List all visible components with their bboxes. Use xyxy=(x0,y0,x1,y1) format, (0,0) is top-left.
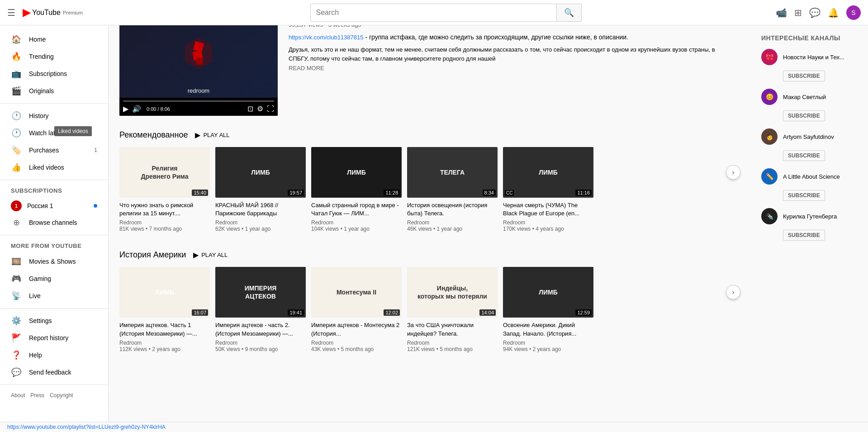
card-thumb-text: ЛИМБ xyxy=(152,285,178,300)
sidebar-item-purchases[interactable]: 🏷️ Purchases 1 xyxy=(0,142,108,159)
next-button-america[interactable]: › xyxy=(726,285,740,299)
footer-about[interactable]: About xyxy=(11,392,25,399)
ctrl-right: ⊡ ⚙ ⛶ xyxy=(247,104,274,113)
subtitles-button[interactable]: ⊡ xyxy=(247,104,253,113)
sidebar-item-history[interactable]: 🕐 History xyxy=(0,107,108,124)
upload-icon[interactable]: 📹 xyxy=(776,7,787,18)
sidebar-label-report: Report history xyxy=(29,334,68,342)
sidebar-label-watch-later: Watch later xyxy=(29,129,61,137)
apps-icon[interactable]: ⊞ xyxy=(794,7,802,18)
content-area: redroom Как в СПБГУ уничтожают историю в… xyxy=(119,9,735,356)
read-more-button[interactable]: READ MORE xyxy=(289,65,735,71)
subscribe-button-4[interactable]: SUBSCRIBE xyxy=(783,230,825,241)
section-recommended: Рекомендованное ▶ PLAY ALL РелигияДревне… xyxy=(119,130,735,236)
sidebar-item-settings[interactable]: ⚙️ Settings xyxy=(0,312,108,329)
sidebar-item-originals[interactable]: 🎬 Originals xyxy=(0,82,108,100)
section-header-recommended: Рекомендованное ▶ PLAY ALL xyxy=(119,130,735,140)
history-icon: 🕐 xyxy=(11,111,22,121)
card-duration: 8:34 xyxy=(483,190,496,196)
sidebar-item-report-history[interactable]: 🚩 Report history xyxy=(0,329,108,347)
sidebar-label-purchases: Purchases xyxy=(29,147,59,154)
play-all-america[interactable]: ▶ PLAY ALL xyxy=(193,251,228,259)
sidebar-item-watch-later[interactable]: 🕐 Watch later Liked videos xyxy=(0,124,108,142)
sidebar-item-browse[interactable]: ⊕ Browse channels xyxy=(0,214,108,231)
subscribe-button-3[interactable]: SUBSCRIBE xyxy=(783,190,825,201)
video-link[interactable]: https://vk.com/club11387815 xyxy=(289,34,364,41)
sidebar-label-movies: Movies & Shows xyxy=(29,258,76,265)
sidebar-item-live[interactable]: 📡 Live xyxy=(0,287,108,304)
sidebar: 🏠 Home 🔥 Trending 📺 Subscriptions 🎬 Orig… xyxy=(0,25,109,407)
play-all-label-2: PLAY ALL xyxy=(201,252,228,258)
video-card-2[interactable]: ЛИМБ 11:28 Самый странный город в мире -… xyxy=(311,147,402,236)
card-duration: 12:59 xyxy=(575,309,592,316)
video-grid-recommended: РелигияДревнего Рима 15:40 Что нужно зна… xyxy=(119,147,735,236)
report-icon: 🚩 xyxy=(11,333,22,343)
video-card-2[interactable]: Монтесума II 12:02 Империя ацтеков - Мон… xyxy=(311,267,402,356)
search-input[interactable] xyxy=(311,5,556,20)
card-views: 81K views • 7 months ago xyxy=(119,226,210,232)
play-button[interactable]: ▶ xyxy=(123,104,128,113)
video-card-1[interactable]: ИМПЕРИЯАЦТЕКОВ 19:41 Империя ацтеков - ч… xyxy=(215,267,306,356)
card-thumb: РелигияДревнего Рима 15:40 xyxy=(119,147,210,198)
youtube-icon: ▶ xyxy=(23,7,30,19)
video-controls: ▶ 🔊 0:00 / 8:06 ⊡ ⚙ ⛶ xyxy=(119,98,278,116)
card-info: Империя ацтеков - Монтесума 2 (История..… xyxy=(311,318,402,356)
divider-3 xyxy=(0,235,108,235)
sidebar-item-home[interactable]: 🏠 Home xyxy=(0,31,108,48)
video-card-1[interactable]: ЛИМБ 19:57 КРАСНЫЙ МАЙ 1968 // Парижские… xyxy=(215,147,306,236)
right-sidebar: ИНТЕРЕСНЫЕ КАНАЛЫ 🎀 Новости Науки и Тех.… xyxy=(750,25,868,407)
sidebar-item-feedback[interactable]: 💬 Send feedback xyxy=(0,364,108,381)
sidebar-label-subscriptions: Subscriptions xyxy=(29,70,67,77)
section-america: История Америки ▶ PLAY ALL ЛИМБ 16:07 Им… xyxy=(119,250,735,356)
channel-item-2: 🧑 Artyom Sayfutdinov SUBSCRIBE xyxy=(761,128,861,161)
subscribe-button-2[interactable]: SUBSCRIBE xyxy=(783,150,825,161)
subscribe-button-0[interactable]: SUBSCRIBE xyxy=(783,71,825,81)
bell-icon[interactable]: 🔔 xyxy=(828,7,839,18)
footer-copyright[interactable]: Copyright xyxy=(50,392,73,399)
video-card-3[interactable]: Индейцы,которых мы потеряли 14:04 За что… xyxy=(407,267,498,356)
card-info: Освоение Америки. Дикий Запад. Начало. (… xyxy=(503,318,593,356)
card-title: Черная смерть (ЧУМА) The Black Plague of… xyxy=(503,201,593,218)
sidebar-item-trending[interactable]: 🔥 Trending xyxy=(0,48,108,65)
search-button[interactable]: 🔍 xyxy=(556,4,581,21)
footer-press[interactable]: Press xyxy=(30,392,44,399)
video-logo-text: redroom xyxy=(123,87,274,94)
video-grid-wrapper-1: РелигияДревнего Рима 15:40 Что нужно зна… xyxy=(119,147,735,236)
card-channel: Redroom xyxy=(311,340,402,346)
menu-icon[interactable]: ☰ xyxy=(7,7,15,18)
originals-icon: 🎬 xyxy=(11,86,22,96)
play-all-recommended[interactable]: ▶ PLAY ALL xyxy=(195,131,229,139)
video-card-3[interactable]: ТЕЛЕГА 8:34 История освещения (история б… xyxy=(407,147,498,236)
card-info: За что США уничтожали индейцев? Телега. … xyxy=(407,318,498,356)
subscribe-button-1[interactable]: SUBSCRIBE xyxy=(783,110,825,121)
avatar[interactable]: S xyxy=(846,5,861,20)
settings-button[interactable]: ⚙ xyxy=(257,104,263,113)
fullscreen-button[interactable]: ⛶ xyxy=(267,104,274,113)
sidebar-item-russia1[interactable]: 1 Россия 1 xyxy=(0,198,108,214)
sidebar-label-gaming: Gaming xyxy=(29,275,51,282)
video-card-4[interactable]: ЛИМБ 12:59 Освоение Америки. Дикий Запад… xyxy=(503,267,593,356)
sidebar-item-gaming[interactable]: 🎮 Gaming xyxy=(0,270,108,287)
volume-button[interactable]: 🔊 xyxy=(132,104,141,113)
chat-icon[interactable]: 💬 xyxy=(809,7,821,18)
progress-bar[interactable] xyxy=(123,100,274,102)
header-left: ☰ ▶ YouTube Premium xyxy=(7,7,116,19)
video-card-0[interactable]: РелигияДревнего Рима 15:40 Что нужно зна… xyxy=(119,147,210,236)
card-views: 94K views • 2 years ago xyxy=(503,346,593,352)
play-all-label-1: PLAY ALL xyxy=(203,132,229,138)
card-thumb-text: Монтесума II xyxy=(333,285,380,300)
channel-avatar-icon: ✏️ xyxy=(766,173,773,180)
next-button-recommended[interactable]: › xyxy=(726,165,740,180)
logo[interactable]: ▶ YouTube Premium xyxy=(23,7,83,19)
sidebar-item-subscriptions[interactable]: 📺 Subscriptions xyxy=(0,65,108,82)
card-duration: 16:07 xyxy=(192,309,208,316)
card-views: 46K views • 1 year ago xyxy=(407,226,498,232)
video-card-0[interactable]: ЛИМБ 16:07 Империя ацтеков. Часть 1 (Ист… xyxy=(119,267,210,356)
video-card-4[interactable]: ЛИМБ 11:16 CC Черная смерть (ЧУМА) The B… xyxy=(503,147,593,236)
sidebar-item-liked[interactable]: 👍 Liked videos xyxy=(0,159,108,176)
card-title: Империя ацтеков - Монтесума 2 (История..… xyxy=(311,321,402,337)
channel-name-4: Курилка Гутенберга xyxy=(783,213,861,220)
header-center: 🔍 xyxy=(116,4,776,22)
sidebar-item-help[interactable]: ❓ Help xyxy=(0,347,108,364)
sidebar-item-movies[interactable]: 🎞️ Movies & Shows xyxy=(0,253,108,270)
